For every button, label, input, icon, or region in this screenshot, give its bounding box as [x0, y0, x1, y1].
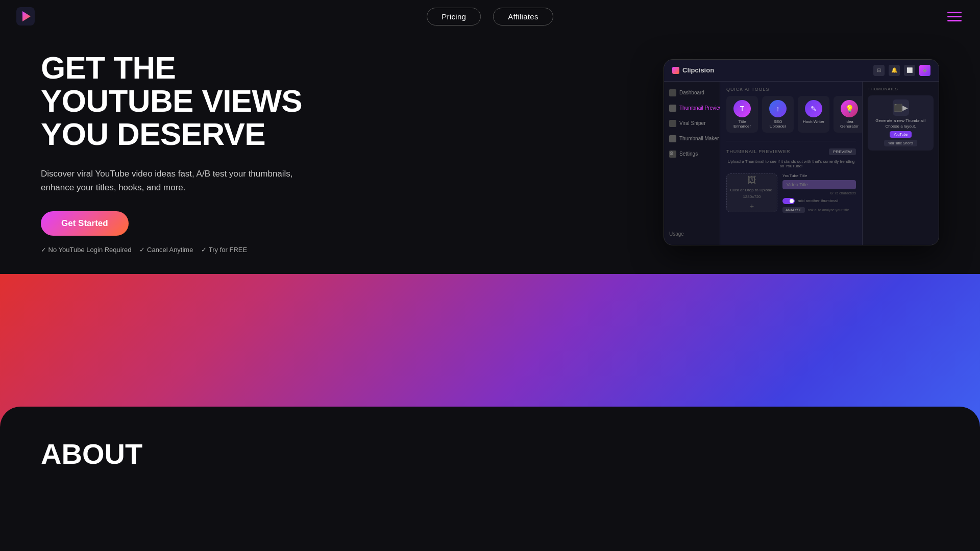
analyse-label: ask ai to analyse your title: [808, 208, 849, 212]
previewer-hint: Upload a Thumbnail to see if it stands o…: [720, 157, 862, 170]
yt-title-label: YouTube Title: [782, 173, 856, 178]
sidebar-item-thumbnail-previewer[interactable]: Thumbnail Previewer: [664, 101, 720, 115]
add-thumbnail-toggle[interactable]: [782, 198, 795, 204]
hero-badges: ✓ No YouTube Login Required ✓ Cancel Any…: [41, 246, 327, 254]
hero-title: GET THE YOUTUBE VIEWS YOU DESERVE: [41, 51, 327, 151]
analyse-row: ANALYSE ask ai to analyse your title: [782, 207, 856, 213]
generate-buttons: YouTube YouTube Shorts: [872, 131, 929, 146]
app-body: Dashboard Thumbnail Previewer Viral Snip…: [664, 82, 939, 245]
upload-size: 1280x720: [743, 194, 761, 199]
affiliates-button[interactable]: Affiliates: [493, 8, 553, 26]
badge-cancel: ✓ Cancel Anytime: [139, 246, 193, 254]
tool-label-3: Idea Generator: [837, 119, 862, 129]
quick-tools-row: T Title Enhancer ↑ SEO Uploader ✎ Hook W…: [726, 96, 856, 133]
app-header-icons: ⊟ 🔔 ⬜ ◆: [873, 65, 930, 76]
tool-title-enhancer[interactable]: T Title Enhancer: [726, 96, 758, 133]
youtube-layout-button[interactable]: YouTube: [890, 131, 912, 138]
upload-dropzone[interactable]: 🖼 Click or Drop to Upload: 1280x720 +: [726, 173, 777, 212]
tool-label-2: Hook Writer: [803, 119, 824, 124]
hamburger-line-1: [947, 12, 962, 13]
toggle-label: add another thumbnail: [798, 198, 839, 203]
viral-sniper-icon: [669, 120, 676, 127]
thumbnails-panel-title: THUMBNAILS: [868, 87, 934, 91]
seo-uploader-icon: ↑: [769, 100, 787, 117]
gradient-section: [0, 274, 980, 427]
add-thumbnail-toggle-row: add another thumbnail: [782, 198, 856, 204]
sidebar-label-maker: Thumbnail Maker: [679, 136, 719, 141]
app-right-panel: THUMBNAILS ⬛▶ Generate a new Thumbnail! …: [862, 82, 939, 245]
thumbnail-previewer-header: THUMBNAIL PREVIEWER PREVIEW: [720, 145, 862, 157]
header-icon-2[interactable]: 🔔: [889, 65, 900, 76]
hero-left: GET THE YOUTUBE VIEWS YOU DESERVE Discov…: [41, 51, 327, 254]
divider: [726, 141, 856, 141]
pricing-button[interactable]: Pricing: [427, 8, 481, 26]
app-mockup: Clipcision ⊟ 🔔 ⬜ ◆ Dashboard: [664, 59, 939, 245]
about-section: ABOUT: [0, 407, 980, 491]
app-header: Clipcision ⊟ 🔔 ⬜ ◆: [664, 60, 939, 82]
title-enhancer-icon: T: [733, 100, 751, 117]
tool-idea-generator[interactable]: 💡 Idea Generator: [834, 96, 862, 133]
app-mockup-container: Clipcision ⊟ 🔔 ⬜ ◆ Dashboard: [664, 59, 939, 245]
generate-text: Generate a new Thumbnail! Choose a layou…: [872, 118, 929, 129]
app-sidebar: Dashboard Thumbnail Previewer Viral Snip…: [664, 82, 720, 245]
get-started-button[interactable]: Get Started: [41, 211, 129, 236]
quick-ai-tools-section: QUICK AI TOOLS T Title Enhancer ↑ SEO Up…: [720, 82, 862, 141]
yt-title-input[interactable]: [782, 180, 856, 189]
header-icon-1[interactable]: ⊟: [873, 65, 885, 76]
generate-icon: ⬛▶: [893, 99, 909, 116]
header-icon-3[interactable]: ⬜: [904, 65, 915, 76]
badge-free: ✓ Try for FREE: [201, 246, 247, 254]
hero-description: Discover viral YouTube video ideas fast,…: [41, 167, 327, 194]
quick-ai-tools-title: QUICK AI TOOLS: [726, 87, 856, 92]
shorts-layout-button[interactable]: YouTube Shorts: [884, 140, 918, 146]
sidebar-label-settings: Settings: [679, 151, 698, 157]
hook-writer-icon: ✎: [805, 100, 822, 117]
nav-center: Pricing Affiliates: [427, 8, 553, 26]
tool-hook-writer[interactable]: ✎ Hook Writer: [798, 96, 829, 133]
thumb-upload-area: 🖼 Click or Drop to Upload: 1280x720 + Yo…: [720, 170, 862, 216]
hamburger-line-3: [947, 20, 962, 21]
thumbnail-previewer-title: THUMBNAIL PREVIEWER: [726, 149, 790, 154]
thumbnail-form: YouTube Title 0/ 75 characters add anoth…: [782, 173, 856, 213]
sidebar-item-dashboard[interactable]: Dashboard: [664, 86, 720, 100]
sidebar-footer: Usage: [664, 227, 720, 241]
navbar: Pricing Affiliates: [0, 0, 980, 33]
thumbnail-previewer-icon: [669, 105, 676, 112]
thumbnail-maker-icon: [669, 135, 676, 142]
char-count: 0/ 75 characters: [782, 191, 856, 195]
app-brand-icon: [672, 67, 679, 74]
tool-label-1: SEO Uploader: [765, 119, 791, 129]
upload-label: Click or Drop to Upload:: [730, 188, 774, 192]
app-brand: Clipcision: [672, 66, 714, 74]
sidebar-item-settings[interactable]: ⚙ Settings: [664, 147, 720, 161]
tool-seo-uploader[interactable]: ↑ SEO Uploader: [762, 96, 794, 133]
preview-button[interactable]: PREVIEW: [829, 148, 856, 155]
dashboard-icon: [669, 89, 676, 96]
tool-label-0: Title Enhancer: [729, 119, 755, 129]
sidebar-label-viral: Viral Sniper: [679, 120, 706, 126]
idea-generator-icon: 💡: [841, 100, 858, 117]
settings-icon: ⚙: [669, 151, 676, 158]
upload-plus-icon: +: [750, 202, 754, 210]
hamburger-menu[interactable]: [945, 10, 964, 23]
app-brand-label: Clipcision: [682, 66, 714, 74]
about-title: ABOUT: [41, 437, 939, 470]
sidebar-item-thumbnail-maker[interactable]: Thumbnail Maker: [664, 132, 720, 146]
analyse-button[interactable]: ANALYSE: [782, 207, 805, 213]
logo[interactable]: [16, 7, 35, 26]
upload-icon: 🖼: [747, 175, 756, 186]
header-icon-4[interactable]: ◆: [919, 65, 930, 76]
logo-icon: [16, 7, 35, 26]
badge-no-login: ✓ No YouTube Login Required: [41, 246, 131, 254]
sidebar-label-dashboard: Dashboard: [679, 90, 704, 95]
generate-thumbnail-card: ⬛▶ Generate a new Thumbnail! Choose a la…: [868, 95, 934, 151]
app-main-content: QUICK AI TOOLS T Title Enhancer ↑ SEO Up…: [720, 82, 862, 245]
sidebar-item-viral-sniper[interactable]: Viral Sniper: [664, 116, 720, 131]
hamburger-line-2: [947, 16, 962, 17]
hero-section: GET THE YOUTUBE VIEWS YOU DESERVE Discov…: [0, 0, 980, 274]
